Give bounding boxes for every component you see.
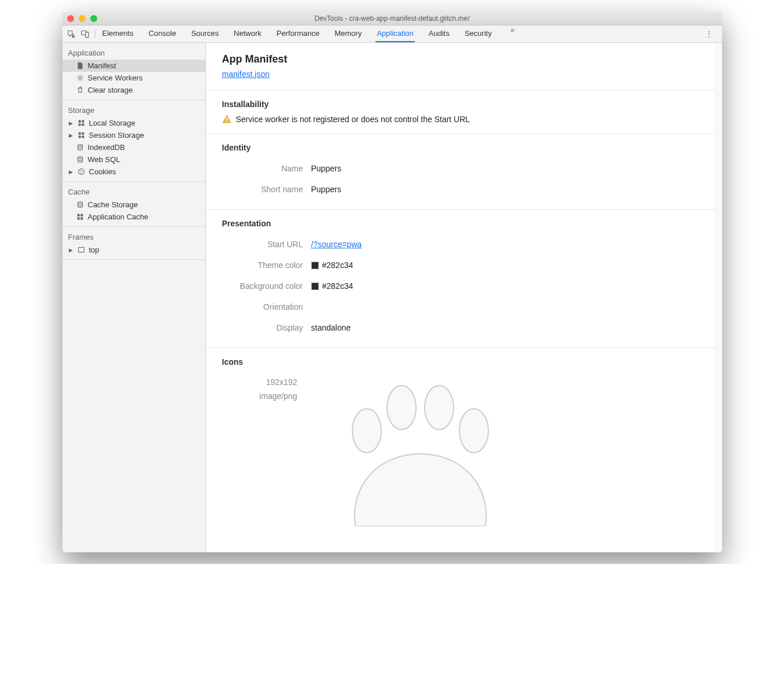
tab-elements[interactable]: Elements bbox=[101, 25, 135, 42]
sidebar-item-websql[interactable]: Web SQL bbox=[62, 153, 205, 166]
starturl-link[interactable]: /?source=pwa bbox=[311, 240, 362, 249]
sidebar-item-label: Cache Storage bbox=[88, 200, 138, 209]
sidebar-item-service-workers[interactable]: Service Workers bbox=[62, 72, 205, 84]
sidebar-item-cookies[interactable]: ▶ Cookies bbox=[62, 166, 205, 178]
sidebar-header-application: Application bbox=[62, 46, 205, 60]
tabs-overflow-button[interactable]: » bbox=[506, 25, 519, 42]
sidebar-item-label: IndexedDB bbox=[88, 143, 125, 152]
page-title: App Manifest bbox=[222, 53, 699, 65]
expand-icon[interactable]: ▶ bbox=[68, 120, 74, 126]
expand-icon[interactable]: ▶ bbox=[68, 133, 74, 138]
svg-rect-6 bbox=[82, 123, 84, 126]
tab-security[interactable]: Security bbox=[463, 25, 493, 42]
tab-audits[interactable]: Audits bbox=[428, 25, 451, 42]
database-icon bbox=[76, 144, 84, 152]
svg-rect-3 bbox=[79, 120, 81, 123]
svg-rect-21 bbox=[80, 217, 83, 219]
scrollbar[interactable] bbox=[715, 43, 722, 552]
svg-rect-18 bbox=[78, 214, 80, 217]
svg-point-2 bbox=[79, 76, 81, 79]
bg-color-swatch bbox=[311, 283, 319, 290]
content-area: Application Manifest Service Workers Cle… bbox=[62, 43, 722, 552]
svg-point-27 bbox=[425, 386, 454, 430]
svg-point-17 bbox=[78, 202, 82, 204]
identity-section: Identity Name Puppers Short name Puppers bbox=[206, 133, 715, 209]
name-label: Name bbox=[222, 164, 303, 173]
window-title: DevTools - cra-web-app-manifest-defaut.g… bbox=[62, 14, 722, 23]
expand-icon[interactable]: ▶ bbox=[68, 247, 74, 253]
themecolor-value: #282c34 bbox=[322, 261, 354, 270]
tab-console[interactable]: Console bbox=[148, 25, 178, 42]
sidebar-item-label: Service Workers bbox=[88, 74, 143, 82]
bgcolor-label: Background color bbox=[222, 281, 303, 291]
inspect-icon[interactable] bbox=[67, 30, 75, 38]
starturl-label: Start URL bbox=[222, 240, 303, 249]
titlebar: DevTools - cra-web-app-manifest-defaut.g… bbox=[62, 12, 722, 25]
panel-tabs: Elements Console Sources Network Perform… bbox=[101, 25, 701, 42]
svg-point-16 bbox=[80, 173, 82, 174]
section-header: Installability bbox=[222, 100, 699, 109]
svg-rect-19 bbox=[80, 214, 83, 217]
svg-rect-10 bbox=[82, 135, 84, 138]
grid-icon bbox=[76, 213, 84, 221]
application-sidebar: Application Manifest Service Workers Cle… bbox=[62, 43, 206, 552]
main-panel: App Manifest manifest.json Installabilit… bbox=[206, 43, 715, 552]
themecolor-label: Theme color bbox=[222, 261, 303, 270]
tab-application[interactable]: Application bbox=[376, 25, 415, 42]
settings-menu-button[interactable]: ⋮ bbox=[701, 30, 717, 38]
svg-rect-1 bbox=[85, 32, 88, 38]
section-header: Identity bbox=[222, 143, 699, 152]
sidebar-item-label: Manifest bbox=[88, 61, 116, 70]
sidebar-item-cache-storage[interactable]: Cache Storage bbox=[62, 199, 205, 211]
database-icon bbox=[76, 156, 84, 164]
installability-section: Installability Service worker is not reg… bbox=[206, 90, 715, 133]
svg-rect-5 bbox=[79, 123, 81, 126]
orientation-label: Orientation bbox=[222, 302, 303, 311]
expand-icon[interactable]: ▶ bbox=[68, 169, 74, 175]
svg-point-28 bbox=[459, 409, 488, 453]
svg-rect-20 bbox=[78, 217, 80, 219]
svg-rect-22 bbox=[79, 247, 84, 252]
sidebar-item-label: Cookies bbox=[89, 167, 116, 176]
frame-icon bbox=[78, 246, 86, 254]
sidebar-item-clear-storage[interactable]: Clear storage bbox=[62, 84, 205, 96]
display-label: Display bbox=[222, 323, 303, 332]
icon-preview bbox=[315, 376, 523, 526]
manifest-link[interactable]: manifest.json bbox=[222, 69, 270, 79]
svg-rect-24 bbox=[226, 121, 227, 122]
tab-network[interactable]: Network bbox=[233, 25, 263, 42]
sidebar-item-top-frame[interactable]: ▶ top bbox=[62, 244, 205, 256]
cookie-icon bbox=[78, 168, 86, 176]
sidebar-item-indexeddb[interactable]: IndexedDB bbox=[62, 141, 205, 153]
trash-icon bbox=[76, 86, 84, 94]
svg-point-25 bbox=[352, 409, 381, 453]
devtools-toolbar: Elements Console Sources Network Perform… bbox=[62, 25, 722, 43]
warning-icon bbox=[222, 115, 231, 124]
svg-point-11 bbox=[78, 145, 82, 146]
sidebar-item-manifest[interactable]: Manifest bbox=[62, 60, 205, 72]
sidebar-item-session-storage[interactable]: ▶ Session Storage bbox=[62, 129, 205, 141]
svg-rect-23 bbox=[226, 118, 227, 120]
gear-icon bbox=[76, 74, 84, 82]
tab-performance[interactable]: Performance bbox=[275, 25, 321, 42]
name-value: Puppers bbox=[311, 164, 341, 173]
shortname-value: Puppers bbox=[311, 185, 341, 194]
svg-point-15 bbox=[82, 171, 83, 172]
sidebar-item-label: Clear storage bbox=[88, 86, 133, 94]
database-icon bbox=[76, 201, 84, 209]
sidebar-header-frames: Frames bbox=[62, 230, 205, 244]
svg-point-13 bbox=[79, 169, 84, 175]
theme-color-swatch bbox=[311, 262, 319, 269]
device-toggle-icon[interactable] bbox=[81, 30, 89, 38]
file-icon bbox=[76, 62, 84, 70]
tab-sources[interactable]: Sources bbox=[190, 25, 220, 42]
grid-icon bbox=[78, 119, 86, 127]
svg-point-12 bbox=[78, 157, 82, 159]
devtools-window: DevTools - cra-web-app-manifest-defaut.g… bbox=[62, 12, 722, 552]
sidebar-item-local-storage[interactable]: ▶ Local Storage bbox=[62, 117, 205, 129]
sidebar-item-application-cache[interactable]: Application Cache bbox=[62, 211, 205, 223]
icon-size: 192x192 bbox=[222, 376, 297, 390]
tab-memory[interactable]: Memory bbox=[333, 25, 363, 42]
shortname-label: Short name bbox=[222, 185, 303, 194]
icon-mime: image/png bbox=[222, 390, 297, 404]
